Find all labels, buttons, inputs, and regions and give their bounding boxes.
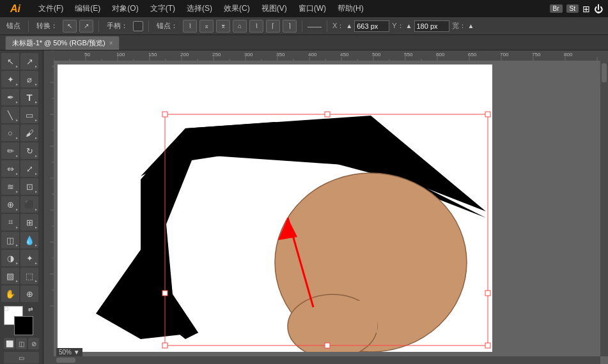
handle-tl[interactable] [162, 112, 168, 117]
handle-btn-1[interactable] [133, 21, 143, 31]
paintbrush-tool[interactable]: 🖌▸ [20, 125, 38, 141]
anchor-btn-5[interactable]: ⌇ [249, 20, 263, 33]
handle-mr[interactable] [485, 291, 490, 296]
menu-text[interactable]: 文字(T) [145, 2, 180, 15]
scale-tool[interactable]: ⤢▸ [20, 160, 38, 177]
direct-select-tool[interactable]: ↗▸ [20, 53, 38, 70]
symbol-sprayer-tool[interactable]: ✦▸ [20, 250, 38, 266]
anchor-btn-1[interactable]: ⌇ [183, 20, 197, 33]
screen-mode-btn[interactable]: ▭ [4, 352, 39, 363]
x-stepper-up[interactable]: ▲ [346, 22, 352, 29]
svg-text:650: 650 [468, 52, 477, 57]
type-tool[interactable]: T▸ [20, 89, 38, 105]
transform-label: 转换： [34, 21, 60, 31]
anchor-btn-7[interactable]: ⌉ [283, 20, 297, 33]
warp-tool[interactable]: ≋▸ [1, 178, 19, 195]
stock-icon[interactable]: St [566, 4, 579, 13]
svg-text:300: 300 [244, 52, 253, 57]
y-input[interactable] [414, 20, 449, 32]
anchor-btn-3[interactable]: ⌆ [216, 20, 230, 33]
menu-window[interactable]: 窗口(W) [293, 2, 331, 15]
rect-tool[interactable]: ▭▸ [20, 107, 38, 123]
gradient-fill-btn[interactable]: ◫ [16, 338, 27, 349]
vertical-ruler: 50 100 150 200 250 300 350 400 [43, 50, 54, 364]
column-graph-tool[interactable]: ▨▸ [1, 268, 19, 284]
tool-row-9: ⊕▸ ⬛▸ [1, 196, 42, 213]
lasso-tool[interactable]: ⌀▸ [20, 71, 38, 87]
pen-tool[interactable]: ✒▸ [1, 89, 19, 105]
sep3 [148, 20, 149, 32]
menu-select[interactable]: 选择(S) [182, 2, 217, 15]
menu-object[interactable]: 对象(O) [107, 2, 143, 15]
perspective-grid-tool[interactable]: ⌗▸ [1, 214, 19, 231]
svg-text:400: 400 [308, 52, 317, 57]
tab-close-btn[interactable]: × [109, 40, 113, 47]
menu-bar: 文件(F) 编辑(E) 对象(O) 文字(T) 选择(S) 效果(C) 视图(V… [33, 2, 369, 15]
width-stepper-up[interactable]: ▲ [468, 22, 474, 29]
handle-bm[interactable] [325, 343, 330, 348]
magic-wand-tool[interactable]: ✦▸ [1, 71, 19, 87]
h-scrollbar-thumb[interactable] [56, 358, 75, 363]
width-coord: 宽： ▲ [452, 21, 474, 31]
x-label: X： [332, 21, 344, 31]
gradient-tool[interactable]: ◫▸ [1, 232, 19, 248]
v-scrollbar[interactable] [600, 61, 608, 356]
y-stepper-up[interactable]: ▲ [406, 22, 412, 29]
hand-tool[interactable]: ✋ [1, 285, 19, 302]
svg-text:200: 200 [180, 52, 189, 57]
transform-btn-1[interactable]: ↖ [63, 20, 77, 33]
menu-edit[interactable]: 编辑(E) [70, 2, 105, 15]
menu-view[interactable]: 视图(V) [256, 2, 292, 15]
anchor-btn-2[interactable]: ⌅ [199, 20, 214, 33]
canvas-area[interactable]: 50 100 150 200 250 300 350 400 450 500 5… [43, 50, 608, 364]
svg-text:750: 750 [532, 52, 541, 57]
pencil-tool[interactable]: ✏▸ [1, 142, 19, 159]
handle-tr[interactable] [485, 112, 490, 117]
free-transform-tool[interactable]: ⊡▸ [20, 178, 38, 195]
tool-row-14: ✋ ⊕ [1, 285, 42, 302]
sep5 [327, 20, 327, 32]
eyedropper-tool[interactable]: 💧▸ [20, 232, 38, 248]
svg-text:350: 350 [276, 52, 285, 57]
line-tool[interactable]: ╲▸ [1, 107, 19, 123]
transform-btn-2[interactable]: ↗ [79, 20, 93, 33]
reflect-tool[interactable]: ⇔▸ [1, 160, 19, 177]
handle-br[interactable] [485, 343, 490, 348]
power-icon[interactable]: ⏻ [594, 4, 603, 14]
artwork-svg [58, 64, 492, 352]
menu-file[interactable]: 文件(F) [33, 2, 68, 15]
x-input[interactable] [354, 20, 389, 32]
doc-tab-1[interactable]: 未标题-1* @ 50% (RGB/预览) × [5, 36, 120, 50]
tool-row-8: ≋▸ ⊡▸ [1, 178, 42, 195]
workspace-icon[interactable]: ⊞ [582, 4, 590, 14]
tool-row-1: ↖▸ ↗▸ [1, 53, 42, 70]
v-scrollbar-thumb[interactable] [602, 63, 607, 82]
zoom-tool[interactable]: ⊕ [20, 285, 38, 302]
h-scrollbar[interactable] [54, 356, 600, 364]
app-logo: Ai [5, 3, 26, 15]
menu-effect[interactable]: 效果(C) [219, 2, 255, 15]
swatch-container: ⊡ ⇄ [4, 306, 33, 335]
svg-text:500: 500 [372, 52, 381, 57]
handle-tm[interactable] [325, 112, 330, 117]
handle-bl[interactable] [162, 343, 168, 348]
blend-tool[interactable]: ◑▸ [1, 250, 19, 266]
live-paint-tool[interactable]: ⬛▸ [20, 196, 38, 213]
anchor-btn-6[interactable]: ⌈ [266, 20, 280, 33]
tool-row-10: ⌗▸ ⊞▸ [1, 214, 42, 231]
mesh-tool[interactable]: ⊞▸ [20, 214, 38, 231]
artboard-tool[interactable]: ⬚▸ [20, 268, 38, 284]
anchor-btn-4[interactable]: ⌂ [233, 20, 247, 33]
ellipse-tool[interactable]: ○▸ [1, 125, 19, 141]
rotate-tool[interactable]: ↻▸ [20, 142, 38, 159]
bridge-icon[interactable]: Br [550, 4, 563, 13]
none-fill-btn[interactable]: ⊘ [28, 338, 39, 349]
select-tool[interactable]: ↖▸ [1, 53, 19, 70]
fill-none-btn[interactable]: ⬜ [4, 338, 15, 349]
title-bar: Ai 文件(F) 编辑(E) 对象(O) 文字(T) 选择(S) 效果(C) 视… [0, 0, 608, 17]
swap-colors-icon[interactable]: ⇄ [28, 306, 33, 312]
horizontal-ruler: 50 100 150 200 250 300 350 400 450 500 5… [54, 50, 608, 61]
shape-builder-tool[interactable]: ⊕▸ [1, 196, 19, 213]
handle-ml[interactable] [162, 291, 168, 296]
menu-help[interactable]: 帮助(H) [332, 2, 369, 15]
